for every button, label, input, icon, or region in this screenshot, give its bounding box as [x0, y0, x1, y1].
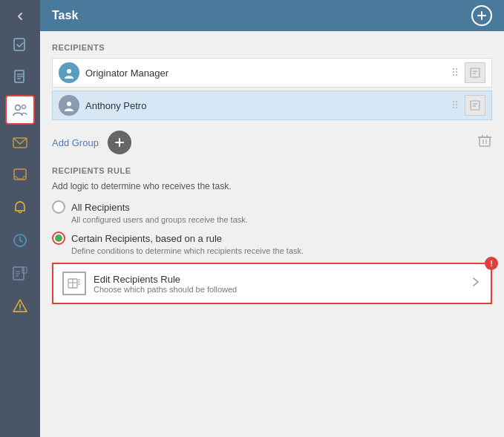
recipient-row-anthony: Anthony Petro ⠿: [52, 91, 492, 120]
radio-label-all: All Recipients: [71, 202, 130, 213]
edit-rule-text: Edit Recipients Rule Choose which paths …: [94, 274, 462, 294]
recipient-drag-anthony[interactable]: ⠿: [451, 99, 459, 111]
svg-rect-12: [22, 267, 27, 273]
radio-option-all: All Recipients All configured users and …: [52, 200, 492, 224]
rule-description: Add logic to determine who receives the …: [52, 181, 492, 191]
svg-rect-22: [471, 68, 480, 77]
sidebar-item-people[interactable]: [5, 95, 35, 125]
radio-option-certain: Certain Recipients, based on a rule Defi…: [52, 231, 492, 255]
sidebar-collapse-btn[interactable]: [0, 6, 40, 27]
svg-point-5: [16, 105, 21, 111]
svg-point-18: [19, 309, 21, 311]
radio-sublabel-certain: Define conditions to determine which rec…: [71, 246, 492, 255]
edit-rule-subtitle: Choose which paths should be followed: [94, 285, 462, 294]
recipients-rule-section: RECIPIENTS RULE Add logic to determine w…: [52, 166, 492, 304]
content-area: RECIPIENTS Originator Manager ⠿: [40, 31, 504, 437]
main-panel: Task RECIPIENTS Originator Manager: [40, 0, 504, 437]
add-group-button[interactable]: [108, 131, 131, 154]
recipient-name-anthony: Anthony Petro: [85, 100, 445, 111]
edit-rule-chevron-icon: [470, 276, 482, 291]
sidebar-item-warnings[interactable]: [5, 291, 35, 321]
sidebar-item-notifications[interactable]: [5, 193, 35, 223]
sidebar-item-inbox[interactable]: [5, 160, 35, 190]
add-group-link[interactable]: Add Group: [52, 137, 99, 148]
radio-label-certain: Certain Recipients, based on a rule: [71, 233, 222, 244]
svg-rect-8: [14, 169, 26, 180]
recipients-list: Originator Manager ⠿: [52, 58, 492, 120]
recipient-drag-originator[interactable]: ⠿: [451, 67, 459, 79]
header-title: Task: [52, 9, 78, 22]
radio-certain-recipients[interactable]: [52, 231, 65, 245]
sidebar-item-documents[interactable]: [5, 62, 35, 92]
recipient-avatar-originator: [59, 62, 79, 83]
sidebar-item-forms[interactable]: [5, 258, 35, 288]
radio-row-all: All Recipients: [52, 200, 492, 214]
radio-all-recipients[interactable]: [52, 200, 65, 214]
svg-point-21: [67, 69, 71, 73]
edit-rule-title: Edit Recipients Rule: [94, 274, 462, 285]
svg-point-6: [22, 105, 26, 109]
task-header: Task: [40, 0, 504, 31]
rule-section-label: RECIPIENTS RULE: [52, 166, 492, 175]
radio-row-certain: Certain Recipients, based on a rule: [52, 231, 492, 245]
recipient-avatar-anthony: [59, 95, 79, 116]
svg-point-25: [67, 102, 71, 106]
sidebar: [0, 0, 40, 437]
recipient-edit-btn-originator[interactable]: [465, 62, 485, 83]
add-group-row: Add Group: [52, 128, 492, 157]
radio-sublabel-all: All configured users and groups receive …: [71, 215, 492, 224]
sidebar-item-mail[interactable]: [5, 128, 35, 157]
edit-rule-box[interactable]: Edit Recipients Rule Choose which paths …: [52, 263, 492, 304]
header-add-button[interactable]: [471, 5, 492, 26]
edit-rule-icon: [62, 272, 86, 295]
recipients-section-label: RECIPIENTS: [52, 43, 492, 52]
recipient-name-originator: Originator Manager: [85, 68, 445, 79]
delete-button[interactable]: [477, 134, 492, 152]
svg-rect-26: [471, 101, 480, 110]
recipient-row-originator: Originator Manager ⠿: [52, 58, 492, 88]
svg-rect-31: [480, 137, 490, 146]
edit-rule-badge: !: [485, 257, 498, 270]
sidebar-item-tasks[interactable]: [5, 30, 35, 59]
recipient-edit-btn-anthony[interactable]: [465, 95, 485, 116]
sidebar-item-schedule[interactable]: [5, 226, 35, 255]
svg-rect-0: [14, 39, 24, 50]
